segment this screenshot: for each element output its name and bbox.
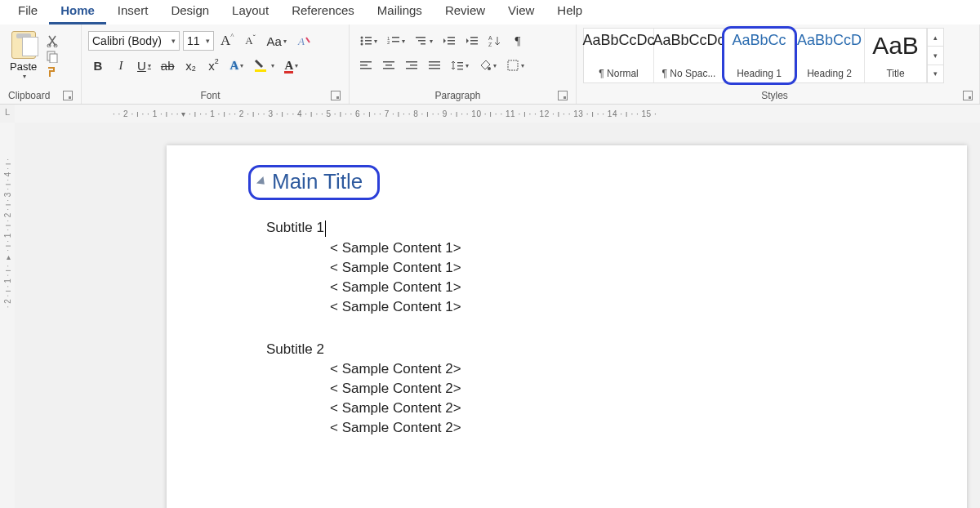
copy-icon — [46, 50, 59, 63]
bullets-button[interactable]: ▾ — [356, 31, 381, 51]
svg-rect-18 — [421, 43, 425, 45]
line-spacing-button[interactable]: ▾ — [448, 56, 472, 75]
paste-dropdown-icon[interactable]: ▾ — [23, 73, 26, 80]
font-launcher[interactable] — [331, 91, 341, 100]
multilevel-list-button[interactable]: ▾ — [412, 31, 436, 51]
content-line[interactable]: < Sample Content 1> — [330, 260, 967, 276]
document-body[interactable]: Subtitle 1 < Sample Content 1> < Sample … — [248, 220, 967, 436]
format-painter-button[interactable] — [43, 65, 61, 80]
text-effects-button[interactable]: A▾ — [227, 56, 247, 75]
cut-button[interactable] — [43, 33, 61, 48]
tab-view[interactable]: View — [497, 0, 546, 25]
tab-help[interactable]: Help — [546, 0, 594, 25]
svg-rect-41 — [457, 69, 463, 69]
page-area[interactable]: Main Title Subtitle 1 < Sample Content 1… — [15, 123, 980, 508]
gallery-expand[interactable]: ▾ — [928, 65, 943, 82]
italic-button[interactable]: I — [111, 56, 131, 75]
gallery-scroll-up[interactable]: ▴ — [928, 29, 943, 47]
content-line[interactable]: < Sample Content 2> — [330, 400, 967, 417]
gallery-scroll-down[interactable]: ▾ — [928, 47, 943, 65]
tab-file[interactable]: File — [7, 0, 49, 25]
text-cursor — [325, 221, 326, 237]
sort-button[interactable]: AZ — [485, 31, 505, 51]
subtitle-2[interactable]: Subtitle 2 — [266, 341, 967, 358]
style-preview: AaBbCcDc — [653, 32, 724, 49]
horizontal-ruler[interactable]: · · 2 · ı · · 1 · ı · · ▾ · ı · · 1 · ı … — [15, 105, 980, 123]
content-line[interactable]: < Sample Content 2> — [330, 361, 967, 377]
increase-indent-button[interactable] — [462, 31, 482, 51]
ribbon: Paste ▾ Clipboard — [0, 25, 980, 105]
borders-button[interactable]: ▾ — [503, 56, 528, 75]
svg-rect-17 — [418, 40, 425, 42]
font-group-label: Font — [200, 90, 220, 101]
subscript-button[interactable]: x2 — [181, 56, 201, 75]
tab-review[interactable]: Review — [434, 0, 497, 25]
tab-references[interactable]: References — [280, 0, 366, 25]
indent-icon — [466, 35, 479, 47]
style-heading-2[interactable]: AaBbCcD Heading 2 — [795, 29, 865, 82]
clear-formatting-button[interactable]: A — [293, 31, 314, 51]
tab-home[interactable]: Home — [49, 0, 106, 25]
collapse-triangle-icon[interactable] — [256, 176, 268, 187]
content-line[interactable]: < Sample Content 1> — [330, 279, 967, 296]
align-left-button[interactable] — [356, 56, 376, 75]
align-right-icon — [405, 60, 418, 71]
ruler-markings: · · 2 · ı · · 1 · ı · · ▾ · ı · · 1 · ı … — [113, 109, 657, 118]
font-name-value: Calibri (Body) — [92, 34, 162, 47]
style-normal[interactable]: AaBbCcDc ¶ Normal — [584, 29, 654, 82]
svg-rect-43 — [508, 60, 518, 70]
content-line[interactable]: < Sample Content 2> — [330, 420, 967, 436]
content-line[interactable]: < Sample Content 1> — [330, 240, 967, 256]
svg-rect-7 — [365, 37, 372, 38]
styles-launcher[interactable] — [963, 91, 973, 100]
align-center-button[interactable] — [379, 56, 399, 75]
svg-rect-22 — [470, 37, 478, 38]
chevron-down-icon: ▾ — [206, 37, 210, 45]
content-line[interactable]: < Sample Content 2> — [330, 381, 967, 397]
font-name-combo[interactable]: Calibri (Body) ▾ — [88, 31, 180, 51]
tab-layout[interactable]: Layout — [220, 0, 280, 25]
paragraph-launcher[interactable] — [558, 91, 568, 100]
numbering-button[interactable]: 12▾ — [384, 31, 408, 51]
vertical-ruler[interactable]: · 2 · ı · 1 · ı · ▾ · ı · 1 · ı · 2 · ı … — [0, 123, 15, 508]
shrink-font-button[interactable]: Aˇ — [241, 31, 261, 51]
document-page[interactable]: Main Title Subtitle 1 < Sample Content 1… — [167, 145, 967, 508]
justify-button[interactable] — [425, 56, 444, 75]
superscript-button[interactable]: x2 — [204, 56, 224, 75]
font-size-combo[interactable]: 11 ▾ — [183, 31, 214, 51]
align-right-button[interactable] — [402, 56, 421, 75]
tab-design[interactable]: Design — [159, 0, 220, 25]
vruler-markings: · 2 · ı · 1 · ı · ▾ · ı · 1 · ı · 2 · ı … — [3, 158, 12, 308]
clipboard-group-label: Clipboard — [8, 90, 50, 101]
style-no-spacing[interactable]: AaBbCcDc ¶ No Spac... — [654, 29, 724, 82]
paste-button[interactable]: Paste ▾ — [5, 28, 42, 83]
content-line[interactable]: < Sample Content 1> — [330, 299, 967, 315]
style-title[interactable]: AaB Title — [865, 29, 927, 82]
show-marks-button[interactable]: ¶ — [508, 31, 528, 51]
align-left-icon — [359, 60, 372, 71]
style-heading-1[interactable]: AaBbCc Heading 1 — [724, 29, 795, 82]
svg-rect-39 — [457, 62, 463, 63]
strikethrough-button[interactable]: ab — [158, 56, 178, 75]
highlight-button[interactable]: ▾ — [250, 56, 278, 75]
bold-button[interactable]: B — [88, 56, 108, 75]
borders-icon — [506, 59, 519, 72]
svg-text:2: 2 — [387, 40, 390, 45]
clipboard-launcher[interactable] — [63, 91, 73, 100]
change-case-button[interactable]: Aa▾ — [264, 31, 290, 51]
svg-point-10 — [361, 43, 363, 46]
svg-rect-38 — [429, 68, 440, 69]
document-main-title[interactable]: Main Title — [272, 169, 363, 194]
shading-button[interactable]: ▾ — [475, 56, 500, 75]
tab-mailings[interactable]: Mailings — [366, 0, 434, 25]
subtitle-1[interactable]: Subtitle 1 — [266, 220, 967, 237]
underline-button[interactable]: U▾ — [134, 56, 154, 75]
svg-rect-16 — [416, 37, 425, 38]
bullets-icon — [359, 35, 372, 47]
decrease-indent-button[interactable] — [439, 31, 459, 51]
font-color-button[interactable]: A ▾ — [281, 56, 301, 75]
paragraph-group-label: Paragraph — [434, 90, 480, 101]
grow-font-button[interactable]: A^ — [217, 31, 238, 51]
tab-insert[interactable]: Insert — [106, 0, 160, 25]
copy-button[interactable] — [43, 48, 61, 64]
